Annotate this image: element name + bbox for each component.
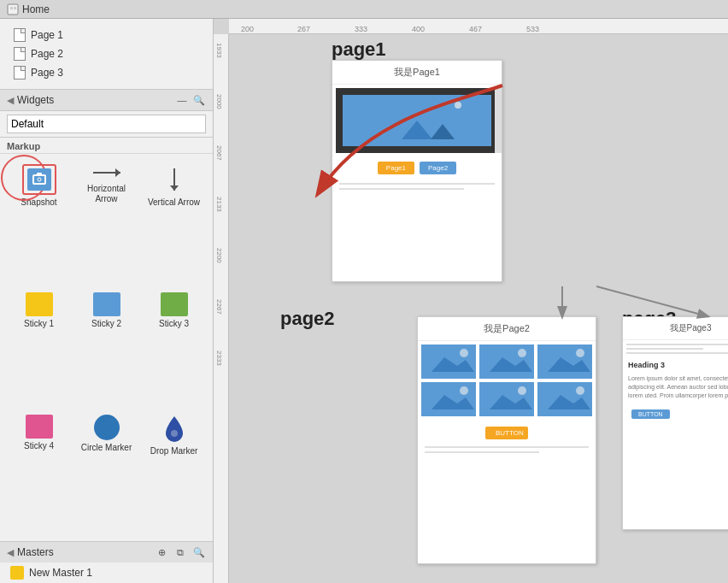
page1-dark-bg	[336, 88, 498, 153]
page-item-2[interactable]: Page 2	[0, 44, 213, 63]
page1-wireframe[interactable]: 我是Page1 Page1	[332, 60, 502, 282]
sticky1-icon	[26, 292, 53, 316]
circle-icon	[94, 415, 120, 440]
ruler-mark-1933: 1933	[214, 43, 223, 58]
camera-icon	[32, 174, 46, 185]
lens-icon	[37, 178, 41, 182]
page3-wireframe[interactable]: 我是Page3 Heading 3 Lorem ipsum dolor sit …	[622, 316, 728, 530]
page2-img4	[421, 382, 476, 416]
ruler-mark-2067: 2067	[214, 145, 223, 161]
masters-header-icons: ⊕ ⧉ 🔍	[155, 545, 206, 559]
dropdown-bar: Default	[0, 111, 213, 138]
pages-section: Page 1 Page 2 Page 3	[0, 19, 213, 90]
page3-text: Lorem ipsum dolor sit amet, consectetur …	[623, 373, 728, 401]
ruler-mark-467: 467	[469, 25, 482, 33]
drop-label: Drop Marker	[150, 446, 198, 456]
svg-point-17	[460, 386, 468, 395]
page2-lines	[418, 443, 596, 456]
canvas-content: page1 我是Page1	[229, 34, 728, 583]
page3-button-area: BUTTON	[626, 404, 728, 424]
v-arrow-label: Vertical Arrow	[148, 197, 200, 208]
add-master-btn[interactable]: ⊕	[155, 545, 168, 559]
widget-drop[interactable]: Drop Marker	[142, 411, 206, 534]
page1-btn1[interactable]: Page1	[378, 162, 414, 174]
ruler-top-inner: 200 267 333 400 467 533	[229, 19, 728, 33]
page2-img1	[421, 344, 476, 379]
ruler-mark-533: 533	[526, 25, 539, 33]
masters-collapse-icon: ◀	[7, 547, 14, 558]
canvas-area[interactable]: 200 267 333 400 467 533 1933 2000 2067 2…	[214, 19, 728, 583]
page2-image-grid	[418, 341, 596, 420]
page-icon-3	[14, 66, 26, 80]
svg-point-23	[576, 386, 584, 395]
ruler-mark-400: 400	[412, 25, 425, 33]
ruler-mark-2333: 2333	[214, 350, 223, 366]
v-arrow-line	[173, 168, 175, 191]
widget-sticky4[interactable]: Sticky 4	[7, 411, 71, 534]
widget-v-arrow[interactable]: Vertical Arrow	[142, 161, 206, 286]
page3-content	[626, 344, 728, 354]
svg-point-3	[171, 430, 178, 437]
page3-wire-title: 我是Page3	[623, 317, 728, 340]
svg-point-14	[576, 349, 584, 357]
widget-category-select[interactable]: Default	[7, 115, 206, 133]
page1-canvas-label: page1	[332, 38, 386, 61]
ruler-mark-2133: 2133	[214, 197, 223, 212]
ruler-left: 1933 2000 2067 2133 2200 2267 2333	[214, 34, 229, 583]
h-arrow-label: Horizontal Arrow	[78, 184, 135, 204]
page1-sun	[455, 102, 461, 109]
sticky2-label: Sticky 2	[91, 319, 121, 329]
widgets-grid: Snapshot Horizontal Arrow Vertical Arrow…	[0, 154, 213, 541]
ruler-mark-333: 333	[355, 25, 367, 33]
widget-snapshot[interactable]: Snapshot	[7, 161, 71, 286]
page1-mountain1	[402, 121, 432, 139]
sticky3-icon	[161, 292, 188, 316]
page2-btn[interactable]: BUTTON	[485, 427, 528, 439]
duplicate-master-btn[interactable]: ⧉	[173, 545, 187, 559]
page-icon-1	[14, 28, 26, 42]
page-2-label: Page 2	[31, 48, 63, 60]
page-item-3[interactable]: Page 3	[0, 63, 213, 82]
page2-wireframe[interactable]: 我是Page2	[417, 316, 596, 564]
sticky1-label: Sticky 1	[24, 319, 54, 329]
page-3-label: Page 3	[31, 67, 63, 79]
page2-canvas-label: page2	[280, 308, 335, 330]
ruler-top: 200 267 333 400 467 533	[229, 19, 728, 34]
drop-svg	[164, 415, 185, 444]
snapshot-label: Snapshot	[21, 197, 56, 208]
markup-section-label: Markup	[0, 138, 213, 154]
page1-buttons: Page1 Page2	[332, 156, 502, 180]
page1-btn2[interactable]: Page2	[420, 162, 456, 174]
widget-sticky2[interactable]: Sticky 2	[74, 289, 138, 407]
page2-img5	[479, 382, 534, 416]
ruler-left-inner: 1933 2000 2067 2133 2200 2267 2333	[214, 34, 228, 583]
page3-btn[interactable]: BUTTON	[631, 409, 670, 419]
ruler-mark-2267: 2267	[214, 299, 223, 315]
home-breadcrumb: Home	[7, 3, 50, 15]
sticky2-icon	[93, 292, 120, 316]
master-1-label: New Master 1	[29, 567, 92, 579]
search-widget-btn[interactable]: 🔍	[192, 93, 206, 107]
svg-point-20	[518, 386, 526, 395]
masters-title: Masters	[17, 546, 54, 558]
master-item-1[interactable]: New Master 1	[0, 562, 213, 583]
h-arrow-icon	[90, 164, 124, 181]
page2-button-area: BUTTON	[418, 427, 596, 439]
svg-rect-1	[10, 7, 13, 9]
widget-h-arrow[interactable]: Horizontal Arrow	[74, 161, 138, 286]
page2-img2	[479, 344, 534, 379]
masters-header: ◀ Masters ⊕ ⧉ 🔍	[0, 542, 213, 562]
page-item-1[interactable]: Page 1	[0, 26, 213, 44]
search-master-btn[interactable]: 🔍	[192, 545, 206, 559]
sticky4-label: Sticky 4	[24, 441, 54, 451]
widgets-title: Widgets	[17, 94, 54, 106]
add-widget-btn[interactable]: —	[175, 93, 189, 107]
widget-sticky3[interactable]: Sticky 3	[142, 289, 206, 407]
widget-circle[interactable]: Circle Marker	[74, 411, 138, 534]
page2-wire-title: 我是Page2	[418, 317, 596, 341]
page2-img3	[537, 344, 592, 379]
widget-sticky1[interactable]: Sticky 1	[7, 289, 71, 407]
ruler-mark-200: 200	[241, 25, 254, 33]
svg-point-8	[460, 349, 468, 357]
masters-title-area: ◀ Masters	[7, 546, 54, 558]
